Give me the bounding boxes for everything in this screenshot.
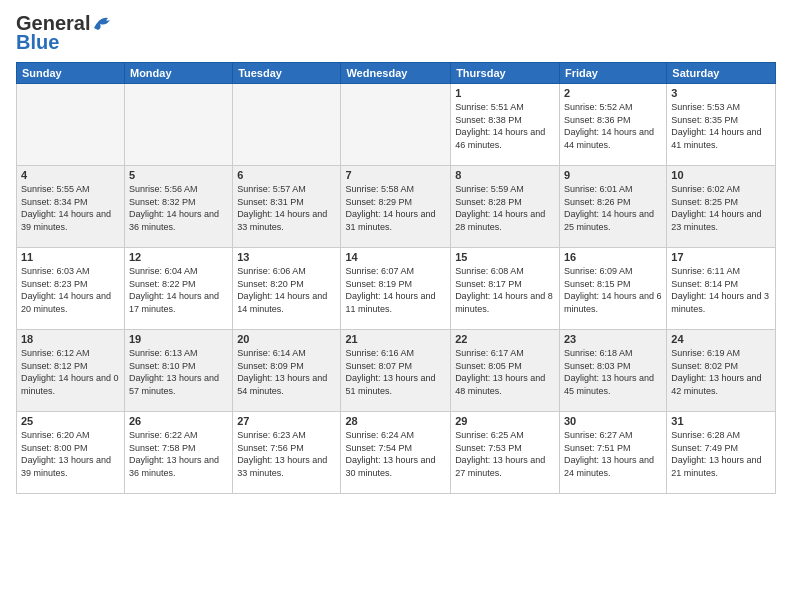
day-info: Sunrise: 5:59 AM Sunset: 8:28 PM Dayligh… bbox=[455, 183, 555, 233]
calendar-week-row: 18Sunrise: 6:12 AM Sunset: 8:12 PM Dayli… bbox=[17, 330, 776, 412]
calendar-week-row: 25Sunrise: 6:20 AM Sunset: 8:00 PM Dayli… bbox=[17, 412, 776, 494]
day-number: 8 bbox=[455, 169, 555, 181]
day-info: Sunrise: 6:07 AM Sunset: 8:19 PM Dayligh… bbox=[345, 265, 446, 315]
calendar-header-monday: Monday bbox=[124, 63, 232, 84]
day-info: Sunrise: 6:19 AM Sunset: 8:02 PM Dayligh… bbox=[671, 347, 771, 397]
day-info: Sunrise: 6:28 AM Sunset: 7:49 PM Dayligh… bbox=[671, 429, 771, 479]
day-number: 21 bbox=[345, 333, 446, 345]
day-info: Sunrise: 6:04 AM Sunset: 8:22 PM Dayligh… bbox=[129, 265, 228, 315]
calendar-cell bbox=[233, 84, 341, 166]
calendar-cell: 9Sunrise: 6:01 AM Sunset: 8:26 PM Daylig… bbox=[559, 166, 666, 248]
day-info: Sunrise: 6:23 AM Sunset: 7:56 PM Dayligh… bbox=[237, 429, 336, 479]
day-info: Sunrise: 6:01 AM Sunset: 8:26 PM Dayligh… bbox=[564, 183, 662, 233]
calendar-cell: 21Sunrise: 6:16 AM Sunset: 8:07 PM Dayli… bbox=[341, 330, 451, 412]
calendar-cell: 1Sunrise: 5:51 AM Sunset: 8:38 PM Daylig… bbox=[451, 84, 560, 166]
day-number: 31 bbox=[671, 415, 771, 427]
page: General Blue SundayMondayTuesdayWednesda… bbox=[0, 0, 792, 612]
day-number: 15 bbox=[455, 251, 555, 263]
calendar-cell: 11Sunrise: 6:03 AM Sunset: 8:23 PM Dayli… bbox=[17, 248, 125, 330]
day-number: 20 bbox=[237, 333, 336, 345]
calendar-header-sunday: Sunday bbox=[17, 63, 125, 84]
calendar-cell: 4Sunrise: 5:55 AM Sunset: 8:34 PM Daylig… bbox=[17, 166, 125, 248]
calendar-cell: 14Sunrise: 6:07 AM Sunset: 8:19 PM Dayli… bbox=[341, 248, 451, 330]
calendar-cell: 8Sunrise: 5:59 AM Sunset: 8:28 PM Daylig… bbox=[451, 166, 560, 248]
calendar-header-saturday: Saturday bbox=[667, 63, 776, 84]
header: General Blue bbox=[16, 12, 776, 54]
day-number: 18 bbox=[21, 333, 120, 345]
day-number: 7 bbox=[345, 169, 446, 181]
calendar-cell: 25Sunrise: 6:20 AM Sunset: 8:00 PM Dayli… bbox=[17, 412, 125, 494]
day-number: 10 bbox=[671, 169, 771, 181]
day-info: Sunrise: 6:22 AM Sunset: 7:58 PM Dayligh… bbox=[129, 429, 228, 479]
calendar-week-row: 1Sunrise: 5:51 AM Sunset: 8:38 PM Daylig… bbox=[17, 84, 776, 166]
calendar-header-wednesday: Wednesday bbox=[341, 63, 451, 84]
calendar-week-row: 11Sunrise: 6:03 AM Sunset: 8:23 PM Dayli… bbox=[17, 248, 776, 330]
calendar-cell: 23Sunrise: 6:18 AM Sunset: 8:03 PM Dayli… bbox=[559, 330, 666, 412]
calendar-cell: 15Sunrise: 6:08 AM Sunset: 8:17 PM Dayli… bbox=[451, 248, 560, 330]
calendar-cell: 19Sunrise: 6:13 AM Sunset: 8:10 PM Dayli… bbox=[124, 330, 232, 412]
calendar-week-row: 4Sunrise: 5:55 AM Sunset: 8:34 PM Daylig… bbox=[17, 166, 776, 248]
day-info: Sunrise: 6:17 AM Sunset: 8:05 PM Dayligh… bbox=[455, 347, 555, 397]
day-info: Sunrise: 6:20 AM Sunset: 8:00 PM Dayligh… bbox=[21, 429, 120, 479]
calendar-cell: 29Sunrise: 6:25 AM Sunset: 7:53 PM Dayli… bbox=[451, 412, 560, 494]
calendar-cell bbox=[341, 84, 451, 166]
day-info: Sunrise: 6:14 AM Sunset: 8:09 PM Dayligh… bbox=[237, 347, 336, 397]
calendar-cell bbox=[124, 84, 232, 166]
day-number: 13 bbox=[237, 251, 336, 263]
calendar-cell bbox=[17, 84, 125, 166]
day-info: Sunrise: 6:02 AM Sunset: 8:25 PM Dayligh… bbox=[671, 183, 771, 233]
day-info: Sunrise: 6:11 AM Sunset: 8:14 PM Dayligh… bbox=[671, 265, 771, 315]
calendar-cell: 26Sunrise: 6:22 AM Sunset: 7:58 PM Dayli… bbox=[124, 412, 232, 494]
calendar-cell: 7Sunrise: 5:58 AM Sunset: 8:29 PM Daylig… bbox=[341, 166, 451, 248]
day-number: 23 bbox=[564, 333, 662, 345]
day-number: 4 bbox=[21, 169, 120, 181]
calendar-header-row: SundayMondayTuesdayWednesdayThursdayFrid… bbox=[17, 63, 776, 84]
day-info: Sunrise: 5:53 AM Sunset: 8:35 PM Dayligh… bbox=[671, 101, 771, 151]
day-info: Sunrise: 6:12 AM Sunset: 8:12 PM Dayligh… bbox=[21, 347, 120, 397]
day-number: 25 bbox=[21, 415, 120, 427]
day-number: 17 bbox=[671, 251, 771, 263]
day-info: Sunrise: 6:16 AM Sunset: 8:07 PM Dayligh… bbox=[345, 347, 446, 397]
logo: General Blue bbox=[16, 12, 114, 54]
day-number: 29 bbox=[455, 415, 555, 427]
day-number: 6 bbox=[237, 169, 336, 181]
calendar-cell: 28Sunrise: 6:24 AM Sunset: 7:54 PM Dayli… bbox=[341, 412, 451, 494]
day-info: Sunrise: 5:55 AM Sunset: 8:34 PM Dayligh… bbox=[21, 183, 120, 233]
calendar-cell: 12Sunrise: 6:04 AM Sunset: 8:22 PM Dayli… bbox=[124, 248, 232, 330]
day-number: 26 bbox=[129, 415, 228, 427]
day-number: 11 bbox=[21, 251, 120, 263]
calendar-header-friday: Friday bbox=[559, 63, 666, 84]
day-number: 14 bbox=[345, 251, 446, 263]
day-number: 24 bbox=[671, 333, 771, 345]
day-number: 5 bbox=[129, 169, 228, 181]
calendar-cell: 24Sunrise: 6:19 AM Sunset: 8:02 PM Dayli… bbox=[667, 330, 776, 412]
logo-blue: Blue bbox=[16, 31, 59, 54]
day-info: Sunrise: 6:24 AM Sunset: 7:54 PM Dayligh… bbox=[345, 429, 446, 479]
day-info: Sunrise: 6:18 AM Sunset: 8:03 PM Dayligh… bbox=[564, 347, 662, 397]
day-info: Sunrise: 5:52 AM Sunset: 8:36 PM Dayligh… bbox=[564, 101, 662, 151]
day-info: Sunrise: 6:25 AM Sunset: 7:53 PM Dayligh… bbox=[455, 429, 555, 479]
calendar-cell: 10Sunrise: 6:02 AM Sunset: 8:25 PM Dayli… bbox=[667, 166, 776, 248]
day-info: Sunrise: 6:03 AM Sunset: 8:23 PM Dayligh… bbox=[21, 265, 120, 315]
day-number: 28 bbox=[345, 415, 446, 427]
calendar-cell: 6Sunrise: 5:57 AM Sunset: 8:31 PM Daylig… bbox=[233, 166, 341, 248]
day-number: 30 bbox=[564, 415, 662, 427]
calendar-cell: 13Sunrise: 6:06 AM Sunset: 8:20 PM Dayli… bbox=[233, 248, 341, 330]
day-number: 12 bbox=[129, 251, 228, 263]
day-info: Sunrise: 6:13 AM Sunset: 8:10 PM Dayligh… bbox=[129, 347, 228, 397]
day-info: Sunrise: 5:58 AM Sunset: 8:29 PM Dayligh… bbox=[345, 183, 446, 233]
day-number: 9 bbox=[564, 169, 662, 181]
day-info: Sunrise: 6:06 AM Sunset: 8:20 PM Dayligh… bbox=[237, 265, 336, 315]
calendar-cell: 31Sunrise: 6:28 AM Sunset: 7:49 PM Dayli… bbox=[667, 412, 776, 494]
calendar-header-tuesday: Tuesday bbox=[233, 63, 341, 84]
calendar-header-thursday: Thursday bbox=[451, 63, 560, 84]
day-number: 27 bbox=[237, 415, 336, 427]
day-info: Sunrise: 5:51 AM Sunset: 8:38 PM Dayligh… bbox=[455, 101, 555, 151]
calendar-cell: 22Sunrise: 6:17 AM Sunset: 8:05 PM Dayli… bbox=[451, 330, 560, 412]
day-info: Sunrise: 5:57 AM Sunset: 8:31 PM Dayligh… bbox=[237, 183, 336, 233]
day-info: Sunrise: 6:27 AM Sunset: 7:51 PM Dayligh… bbox=[564, 429, 662, 479]
calendar-cell: 30Sunrise: 6:27 AM Sunset: 7:51 PM Dayli… bbox=[559, 412, 666, 494]
calendar-table: SundayMondayTuesdayWednesdayThursdayFrid… bbox=[16, 62, 776, 494]
day-info: Sunrise: 6:09 AM Sunset: 8:15 PM Dayligh… bbox=[564, 265, 662, 315]
day-number: 1 bbox=[455, 87, 555, 99]
